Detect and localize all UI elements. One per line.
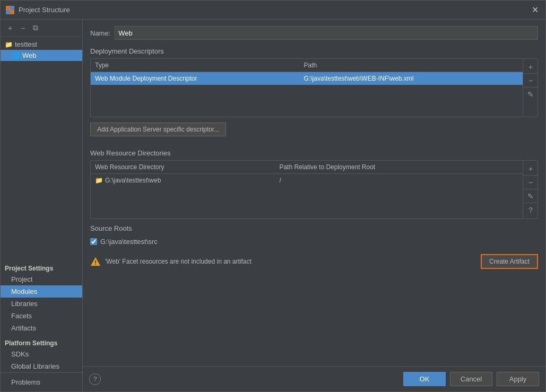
sidebar-item-libraries[interactable]: Libraries [1, 298, 82, 310]
sidebar-item-project[interactable]: Project [1, 273, 82, 285]
tree-item-selected-label: Web [22, 51, 37, 59]
bottom-bar: ? OK Cancel Apply [83, 366, 545, 391]
bottom-left-area: ? [89, 373, 399, 385]
svg-rect-0 [6, 6, 10, 10]
add-application-server-descriptor-button[interactable]: Add Application Server specific descript… [90, 123, 226, 136]
source-root-checkbox[interactable] [90, 238, 97, 245]
deployment-descriptors-table: Type Path Web Module Deployment Descript… [91, 59, 523, 117]
project-settings-heading: Project Settings [1, 259, 82, 273]
platform-settings-heading: Platform Settings [1, 334, 82, 348]
dialog-title: Project Structure [19, 6, 525, 14]
web-resource-directories-table-area: Web Resource Directory Path Relative to … [91, 161, 538, 219]
sidebar-item-artifacts[interactable]: Artifacts [1, 322, 82, 334]
warning-icon: ! [90, 256, 101, 267]
close-button[interactable]: ✕ [530, 5, 540, 15]
name-input[interactable] [115, 26, 538, 40]
col-path: Path [300, 59, 523, 72]
web-resource-directories-container: Web Resource Directory Path Relative to … [91, 161, 523, 219]
warning-message: 'Web' Facet resources are not included i… [105, 258, 476, 265]
name-label: Name: [90, 29, 110, 37]
col-web-dir: Web Resource Directory [91, 161, 275, 174]
deployment-descriptors-container: Type Path Web Module Deployment Descript… [91, 59, 523, 117]
sidebar-project-settings: Project Settings Project Modules Librari… [1, 259, 82, 334]
row-relative-path: / [275, 174, 523, 187]
row-dir: 📁G:\java\testtest\web [91, 174, 275, 187]
deployment-descriptors-title: Deployment Descriptors [90, 47, 538, 55]
help-web-dir-side-btn[interactable]: ? [523, 203, 538, 217]
main-content: Name: Deployment Descriptors Type Path [83, 20, 545, 391]
sidebar-item-sdks[interactable]: SDKs [1, 348, 82, 360]
sidebar-toolbar: + − ⧉ [1, 20, 82, 37]
add-button[interactable]: + [5, 23, 15, 33]
source-roots-title: Source Roots [90, 224, 538, 232]
add-descriptor-side-btn[interactable]: + [523, 60, 538, 74]
sidebar-item-modules[interactable]: Modules [1, 285, 82, 298]
sidebar: + − ⧉ 📁 testtest 🌐 Web Project Settings … [1, 20, 83, 391]
col-type: Type [91, 59, 300, 72]
tree-item-label: testtest [15, 40, 37, 48]
folder-icon: 📁 [95, 177, 103, 184]
warning-row: ! 'Web' Facet resources are not included… [90, 250, 538, 273]
tree-item-web[interactable]: 🌐 Web [1, 50, 82, 61]
title-bar: Project Structure ✕ [1, 1, 545, 20]
apply-button[interactable]: Apply [497, 372, 539, 386]
col-relative-path: Path Relative to Deployment Root [275, 161, 523, 174]
source-roots-section: Source Roots G:\java\testtest\src [90, 224, 538, 248]
edit-descriptor-side-btn[interactable]: ✎ [523, 88, 538, 101]
web-resource-directories-table-wrapper: Web Resource Directory Path Relative to … [90, 160, 538, 219]
source-root-path: G:\java\testtest\src [100, 238, 158, 246]
remove-descriptor-side-btn[interactable]: − [523, 74, 538, 88]
app-icon [6, 6, 14, 14]
project-structure-dialog: Project Structure ✕ + − ⧉ 📁 testtest 🌐 W… [0, 0, 546, 392]
remove-web-dir-side-btn[interactable]: − [523, 176, 538, 189]
help-button[interactable]: ? [89, 373, 101, 385]
svg-rect-3 [10, 10, 14, 14]
sidebar-platform-settings: Platform Settings SDKs Global Libraries [1, 334, 82, 372]
folder-icon: 📁 [5, 41, 13, 48]
sidebar-item-facets[interactable]: Facets [1, 310, 82, 322]
web-resource-directories-title: Web Resource Directories [90, 149, 538, 157]
svg-rect-2 [6, 10, 10, 14]
sidebar-item-global-libraries[interactable]: Global Libraries [1, 360, 82, 372]
dialog-body: + − ⧉ 📁 testtest 🌐 Web Project Settings … [1, 20, 545, 391]
deployment-descriptors-actions: + − ✎ [523, 59, 538, 117]
remove-button[interactable]: − [18, 23, 28, 33]
web-resource-directories-table: Web Resource Directory Path Relative to … [91, 161, 523, 219]
table-row[interactable]: Web Module Deployment Descriptor G:\java… [91, 72, 523, 85]
module-icon: 🌐 [12, 52, 20, 59]
sidebar-item-problems[interactable]: Problems [1, 375, 82, 389]
deployment-descriptors-table-area: Type Path Web Module Deployment Descript… [91, 59, 538, 117]
create-artifact-button[interactable]: Create Artifact [481, 254, 538, 269]
cancel-button[interactable]: Cancel [450, 372, 492, 386]
add-web-dir-side-btn[interactable]: + [523, 162, 538, 176]
module-tree: 📁 testtest 🌐 Web [1, 37, 82, 259]
sidebar-bottom: Problems [1, 372, 82, 391]
copy-button[interactable]: ⧉ [30, 23, 41, 33]
ok-button[interactable]: OK [403, 372, 446, 386]
table-row[interactable]: 📁G:\java\testtest\web / [91, 174, 523, 187]
row-path: G:\java\testtest\web\WEB-INF\web.xml [300, 72, 523, 85]
edit-web-dir-side-btn[interactable]: ✎ [523, 189, 538, 203]
source-root-item: G:\java\testtest\src [90, 236, 538, 248]
svg-rect-1 [10, 6, 14, 10]
name-row: Name: [90, 26, 538, 40]
deployment-descriptors-table-wrapper: Type Path Web Module Deployment Descript… [90, 58, 538, 117]
svg-text:!: ! [94, 259, 97, 266]
tree-item-testtest[interactable]: 📁 testtest [1, 39, 82, 50]
content-area: Name: Deployment Descriptors Type Path [83, 20, 545, 366]
row-type: Web Module Deployment Descriptor [91, 72, 300, 85]
web-resource-directories-actions: + − ✎ ? [523, 161, 538, 219]
